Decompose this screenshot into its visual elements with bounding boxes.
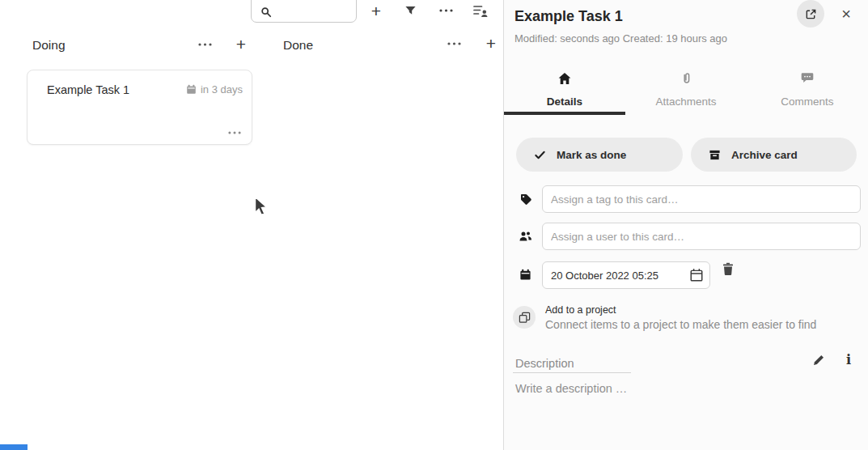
column-title-doing: Doing [32, 38, 66, 53]
home-icon [558, 72, 572, 86]
active-tab-indicator [504, 112, 625, 115]
list-person-icon [473, 4, 489, 18]
description-placeholder[interactable]: Write a description … [515, 382, 627, 395]
due-label: in 3 days [201, 83, 243, 96]
tab-attachments[interactable]: Attachments [625, 68, 747, 112]
assign-user-input[interactable] [542, 223, 861, 250]
paperclip-icon [680, 72, 692, 86]
tag-icon [519, 193, 532, 206]
ellipsis-icon [198, 43, 212, 46]
calendar-outline-icon [689, 268, 704, 282]
close-panel-button[interactable]: × [836, 2, 857, 23]
users-icon [519, 230, 532, 243]
checkmark-icon [534, 149, 546, 161]
calendar-icon [186, 84, 197, 95]
open-calendar-button[interactable] [689, 268, 704, 282]
search-input-container[interactable] [251, 0, 357, 23]
description-divider [513, 372, 631, 373]
tab-attachments-label: Attachments [625, 96, 747, 108]
edit-description-button[interactable] [812, 354, 825, 367]
search-input[interactable] [277, 4, 352, 22]
ellipsis-icon [447, 42, 461, 45]
due-date-field[interactable]: 20 October 2022 05:25 [542, 261, 710, 289]
done-column-menu-button[interactable] [447, 42, 461, 45]
done-add-card-button[interactable]: + [483, 33, 499, 54]
add-to-project-subtitle: Connect items to a project to make them … [545, 318, 816, 331]
task-card-title: Example Task 1 [47, 83, 129, 96]
mouse-cursor [254, 196, 272, 220]
filter-button[interactable] [404, 5, 417, 17]
panel-title: Example Task 1 [514, 8, 623, 25]
ellipsis-icon [228, 131, 241, 134]
assign-tag-input[interactable] [542, 185, 861, 213]
add-card-button[interactable]: + [368, 1, 384, 22]
projects-icon [519, 312, 531, 324]
panel-meta: Modified: seconds ago Created: 19 hours … [514, 32, 727, 45]
card-menu-button[interactable] [228, 131, 241, 134]
description-info-button[interactable]: i [841, 351, 856, 368]
calendar-icon [519, 269, 531, 281]
tab-details-label: Details [504, 96, 625, 108]
search-icon [260, 6, 272, 18]
remove-due-date-button[interactable] [722, 262, 735, 276]
bottom-left-accent-bar [0, 444, 28, 450]
tab-comments-label: Comments [747, 96, 868, 108]
add-to-project-button[interactable] [513, 306, 536, 329]
mark-as-done-button[interactable]: Mark as done [516, 138, 683, 172]
external-link-icon [805, 8, 817, 20]
archive-card-button[interactable]: Archive card [691, 138, 857, 172]
due-date-value: 20 October 2022 05:25 [551, 270, 658, 282]
comment-icon [801, 72, 814, 83]
ellipsis-icon [439, 9, 453, 12]
board-menu-button[interactable] [439, 9, 453, 12]
add-to-project-title: Add to a project [545, 304, 616, 316]
column-title-done: Done [283, 38, 313, 53]
tab-comments[interactable]: Comments [747, 68, 868, 112]
popout-button[interactable] [797, 0, 824, 28]
trash-icon [722, 262, 735, 276]
pencil-icon [812, 354, 825, 367]
tab-details[interactable]: Details [504, 68, 625, 112]
filter-funnel-icon [404, 5, 417, 17]
doing-column-menu-button[interactable] [198, 43, 212, 46]
mark-as-done-label: Mark as done [557, 149, 626, 161]
task-card[interactable]: Example Task 1 in 3 days [27, 70, 252, 145]
description-label: Description [515, 357, 574, 370]
card-detail-panel: Example Task 1 Modified: seconds ago Cre… [503, 0, 868, 450]
doing-add-card-button[interactable]: + [233, 34, 249, 55]
app-window: + Doing + Done + Example Task 1 [0, 0, 868, 450]
archive-icon [709, 149, 721, 161]
task-card-due: in 3 days [186, 83, 243, 96]
archive-card-label: Archive card [731, 149, 798, 161]
assigned-view-button[interactable] [473, 4, 489, 18]
